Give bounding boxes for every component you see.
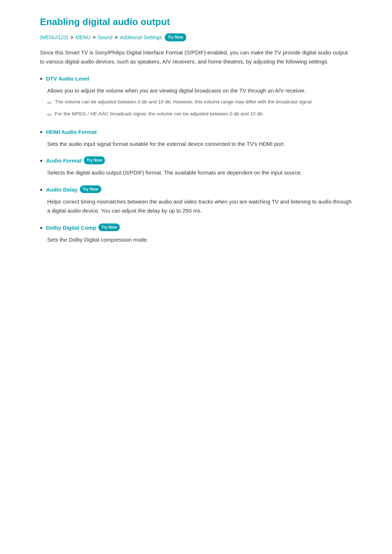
section-desc-hdmi-audio-format: Sets the audio input signal format suita… — [47, 139, 352, 149]
section-desc-dolby-digital-comp: Sets the Dolby Digital compression mode. — [47, 235, 352, 245]
section-desc-audio-format: Selects the digital audio output (S/PDIF… — [47, 168, 352, 177]
section-title-row: • Dolby Digital Comp Try Now — [40, 223, 352, 233]
note-item: ✏ The volume can be adjusted between 0 d… — [47, 98, 352, 108]
breadcrumb-menu[interactable]: MENU — [75, 33, 90, 41]
bullet-dot: • — [40, 74, 42, 84]
section-title-dtv-audio-level[interactable]: DTV Audio Level — [46, 74, 89, 83]
pencil-icon: ✏ — [47, 98, 52, 108]
section-desc-audio-delay: Helps correct timing mismatches between … — [47, 197, 352, 216]
section-title-row: • Audio Delay Try Now — [40, 185, 352, 195]
section-title-audio-delay[interactable]: Audio Delay — [46, 185, 78, 194]
audio-format-try-now-badge[interactable]: Try Now — [84, 156, 105, 164]
page-container: Enabling digital audio output (MENU/123)… — [22, 0, 370, 267]
breadcrumb-sep1: > — [70, 33, 73, 41]
breadcrumb-sep3: > — [115, 33, 118, 41]
section-audio-delay: • Audio Delay Try Now Helps correct timi… — [40, 185, 352, 216]
section-title-hdmi-audio-format[interactable]: HDMI Audio Format — [46, 128, 97, 136]
breadcrumb-sep2: > — [93, 33, 95, 41]
breadcrumb-menu-ref: (MENU/123) — [40, 33, 68, 41]
audio-delay-try-now-badge[interactable]: Try Now — [80, 185, 101, 193]
breadcrumb-try-now-badge[interactable]: Try Now — [165, 33, 186, 41]
section-title-audio-format[interactable]: Audio Format — [46, 156, 82, 165]
breadcrumb-additional-settings[interactable]: Additional Settings — [120, 33, 162, 41]
bullet-dot: • — [40, 185, 42, 195]
section-title-row: • Audio Format Try Now — [40, 156, 352, 166]
bullet-dot: • — [40, 127, 42, 137]
intro-text: Since this Smart TV is Sony/Philips Digi… — [40, 48, 352, 66]
note-text-2: For the MPEG / HE-AAC broadcast signal, … — [55, 110, 264, 118]
bullet-dot: • — [40, 223, 42, 233]
section-title-row: • HDMI Audio Format — [40, 128, 352, 137]
note-item: ✏ For the MPEG / HE-AAC broadcast signal… — [47, 110, 352, 120]
section-list: • DTV Audio Level Allows you to adjust t… — [40, 74, 352, 244]
section-dolby-digital-comp: • Dolby Digital Comp Try Now Sets the Do… — [40, 223, 352, 245]
pencil-icon: ✏ — [47, 110, 52, 120]
section-desc-dtv-audio-level: Allows you to adjust the volume when you… — [47, 86, 352, 95]
note-list-dtv: ✏ The volume can be adjusted between 0 d… — [47, 98, 352, 119]
dolby-digital-comp-try-now-badge[interactable]: Try Now — [98, 223, 120, 231]
bullet-dot: • — [40, 156, 42, 166]
section-audio-format: • Audio Format Try Now Selects the digit… — [40, 156, 352, 177]
breadcrumb-sound[interactable]: Sound — [98, 33, 112, 41]
section-title-dolby-digital-comp[interactable]: Dolby Digital Comp — [46, 223, 96, 232]
section-title-row: • DTV Audio Level — [40, 74, 352, 84]
page-title: Enabling digital audio output — [40, 15, 352, 30]
breadcrumb: (MENU/123) > MENU > Sound > Additional S… — [40, 33, 352, 41]
section-hdmi-audio-format: • HDMI Audio Format Sets the audio input… — [40, 128, 352, 149]
note-text-1: The volume can be adjusted between 0 db … — [55, 98, 313, 106]
section-dtv-audio-level: • DTV Audio Level Allows you to adjust t… — [40, 74, 352, 120]
